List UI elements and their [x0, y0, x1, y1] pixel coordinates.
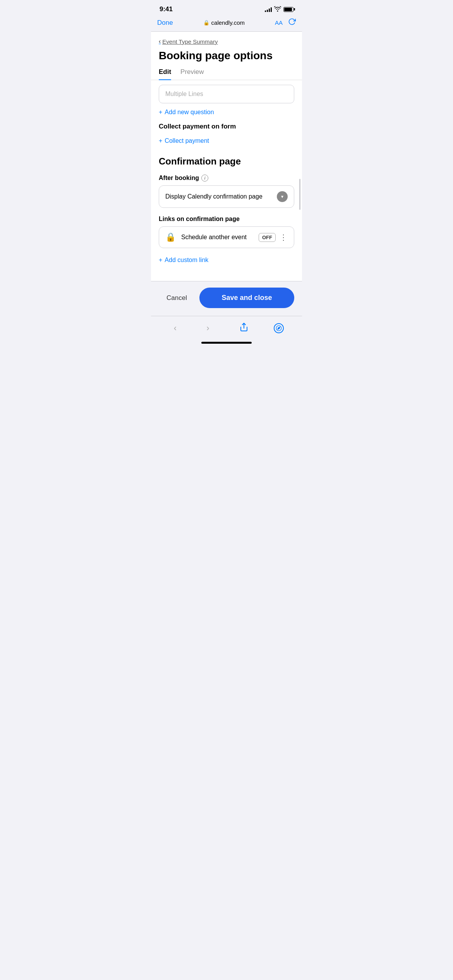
reload-button[interactable] — [288, 18, 296, 27]
add-custom-link-label: Add custom link — [165, 257, 208, 264]
url-text: calendly.com — [211, 19, 245, 26]
text-size-button[interactable]: AA — [275, 19, 283, 26]
home-bar — [201, 342, 252, 344]
confirmation-page-heading: Confirmation page — [151, 150, 302, 173]
save-close-button[interactable]: Save and close — [199, 288, 294, 308]
browser-bar: Done 🔒 calendly.com AA — [151, 16, 302, 31]
browser-back-button[interactable]: ‹ — [169, 322, 181, 335]
back-label: Event Type Summary — [162, 38, 218, 45]
schedule-event-row: 🔒 Schedule another event OFF ⋮ — [159, 226, 294, 248]
tabs-container: Edit Preview — [151, 68, 302, 80]
schedule-event-label: Schedule another event — [181, 234, 259, 241]
done-button[interactable]: Done — [157, 19, 173, 27]
back-nav[interactable]: ‹ Event Type Summary — [151, 32, 302, 48]
status-icons — [265, 6, 293, 13]
lock-icon: 🔒 — [203, 20, 209, 26]
links-section-heading: Links on confirmation page — [151, 214, 302, 226]
main-content: ‹ Event Type Summary Booking page option… — [151, 32, 302, 281]
collect-payment-heading: Collect payment on form — [151, 121, 302, 132]
tab-preview[interactable]: Preview — [180, 68, 204, 80]
add-question-plus-icon: + — [159, 109, 162, 116]
signal-icon — [265, 7, 272, 12]
wifi-icon — [274, 6, 281, 13]
browser-url: 🔒 calendly.com — [203, 19, 245, 26]
cancel-button[interactable]: Cancel — [159, 289, 195, 307]
after-booking-select[interactable]: Display Calendly confirmation page ▾ — [159, 185, 294, 208]
collect-payment-plus-icon: + — [159, 137, 162, 144]
page-title: Booking page options — [151, 48, 302, 68]
multiple-lines-placeholder: Multiple Lines — [165, 91, 203, 97]
home-indicator — [151, 339, 302, 348]
share-button[interactable] — [235, 321, 253, 336]
multiple-lines-input[interactable]: Multiple Lines — [159, 85, 294, 103]
back-chevron-icon: ‹ — [159, 38, 161, 45]
browser-forward-button[interactable]: › — [202, 322, 214, 335]
add-custom-link-button[interactable]: + Add custom link — [151, 251, 302, 269]
browser-navigation: ‹ › — [151, 316, 302, 339]
lock-icon: 🔒 — [165, 232, 176, 242]
add-question-label: Add new question — [165, 109, 214, 116]
select-value: Display Calendly confirmation page — [165, 193, 263, 200]
after-booking-text: After booking — [159, 175, 199, 182]
after-booking-label: After booking i — [151, 173, 302, 185]
schedule-event-menu[interactable]: ⋮ — [280, 233, 288, 242]
add-custom-link-plus-icon: + — [159, 257, 162, 264]
collect-payment-label: Collect payment — [165, 137, 209, 144]
status-time: 9:41 — [160, 5, 173, 13]
collect-payment-button[interactable]: + Collect payment — [151, 132, 302, 150]
status-bar: 9:41 — [151, 0, 302, 16]
info-icon[interactable]: i — [201, 175, 208, 182]
browser-actions: AA — [275, 18, 296, 27]
bottom-action-bar: Cancel Save and close — [151, 281, 302, 316]
battery-icon — [283, 7, 293, 12]
compass-button[interactable] — [274, 323, 284, 333]
select-chevron-icon: ▾ — [277, 191, 288, 202]
tab-edit[interactable]: Edit — [159, 68, 171, 80]
add-new-question-button[interactable]: + Add new question — [151, 103, 302, 121]
svg-marker-2 — [278, 327, 280, 329]
scroll-indicator — [299, 179, 300, 210]
schedule-event-toggle[interactable]: OFF — [259, 233, 276, 242]
